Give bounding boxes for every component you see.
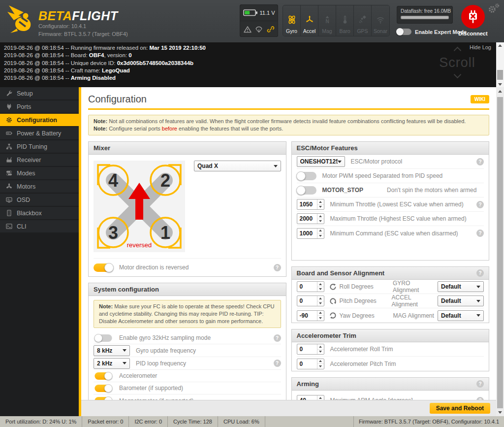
barometer-toggle[interactable] [94, 385, 112, 392]
board-alignment-title: Board and Sensor Alignment [292, 267, 489, 280]
min-throttle-row: 1050 Minimum Throttle (Lowest ESC value … [297, 197, 484, 212]
esc-protocol-select[interactable]: ONESHOT125 [297, 156, 345, 167]
pid-frequency-row: 2 kHz PID loop frequency [94, 357, 281, 370]
sensor-gps: GPS [354, 5, 372, 36]
gyro-alignment-select[interactable]: Default [438, 281, 484, 292]
configurator-version: Configurator: 10.4.1 [38, 23, 128, 30]
help-icon[interactable] [274, 264, 281, 271]
gyro-32khz-row: Enable gyro 32kHz sampling mode [94, 332, 281, 344]
motor-stop-toggle[interactable] [297, 186, 316, 195]
roll-rotation-icon [329, 283, 337, 291]
motor-direction-toggle[interactable] [94, 263, 113, 272]
svg-text:4: 4 [108, 170, 118, 191]
step-down[interactable] [317, 204, 324, 210]
settings-gears-icon[interactable] [487, 3, 500, 14]
step-down[interactable] [317, 233, 324, 238]
roll-alignment-row: 0 Roll Degrees GYRO Alignment Default [297, 280, 484, 294]
gps-icon [358, 11, 368, 28]
pitch-degrees-input[interactable]: 0 [297, 296, 324, 306]
main-area: Setup Ports Configuration Power & Batter… [0, 87, 504, 416]
expert-mode-toggle[interactable] [397, 29, 411, 35]
sidebar-item-cli[interactable]: CLI [0, 220, 79, 232]
content-scrollbar-thumb[interactable] [497, 97, 503, 408]
esc-motor-title: ESC/Motor Features [292, 142, 489, 155]
scroll-down-arrow[interactable] [496, 409, 504, 415]
pwm-separate-row: Motor PWM speed Separated from PID speed [297, 169, 484, 183]
sitemap-icon [6, 143, 13, 150]
accel-alignment-select[interactable]: Default [438, 296, 484, 306]
help-icon[interactable] [274, 334, 281, 342]
content-area: Configuration WIKI Note: Not all combina… [81, 87, 496, 416]
pid-frequency-select[interactable]: 2 kHz [94, 358, 130, 369]
help-icon[interactable] [476, 158, 484, 165]
scroll-up-arrow[interactable] [496, 88, 504, 94]
motor-stop-row: MOTOR_STOP Don't spin the motors when ar… [297, 183, 484, 197]
svg-text:N: N [325, 19, 329, 24]
log-entry: 2019-08-26 @ 08:18:54 -- Arming Disabled [4, 74, 500, 82]
help-icon[interactable] [476, 230, 484, 237]
sidebar-item-setup[interactable]: Setup [0, 87, 79, 99]
motor-direction-row: Motor direction is reversed [94, 259, 281, 276]
pitch-alignment-row: 0 Pitch Degrees ACCEL Alignment Default [297, 294, 484, 308]
help-icon[interactable] [274, 360, 281, 367]
yaw-alignment-row: -90 Yaw Degrees MAG Alignment Default [297, 308, 484, 323]
sidebar-item-pid-tuning[interactable]: PID Tuning [0, 140, 79, 153]
accelerometer-toggle[interactable] [94, 372, 112, 380]
accel-pitch-trim-input[interactable]: 0 [297, 359, 324, 369]
sidebar-item-power-battery[interactable]: Power & Battery [0, 127, 79, 139]
gyro-32khz-toggle[interactable] [94, 334, 112, 342]
system-config-title: System configuration [89, 283, 286, 296]
step-down[interactable] [317, 219, 324, 224]
gear-icon [6, 117, 13, 123]
yaw-rotation-icon [329, 312, 337, 319]
sidebar-item-configuration[interactable]: Configuration [0, 114, 79, 126]
pitch-rotation-icon [329, 297, 337, 305]
app-wordmark: BETAFLIGHT [38, 10, 128, 22]
log-scrollbar[interactable] [496, 42, 504, 87]
sensor-baro: Baro [336, 5, 354, 36]
sidebar-item-modes[interactable]: Modes [0, 167, 79, 179]
sidebar: Setup Ports Configuration Power & Batter… [0, 87, 79, 416]
step-up[interactable] [317, 199, 324, 204]
expert-mode-row: Enable Expert Mode [397, 29, 467, 35]
sidebar-item-receiver[interactable]: Receiver [0, 154, 79, 166]
min-throttle-input[interactable]: 1050 [297, 199, 324, 210]
gyro-frequency-select[interactable]: 8 kHz [94, 345, 130, 356]
sidebar-item-ports[interactable]: Ports [0, 100, 79, 113]
help-icon[interactable] [476, 380, 484, 388]
caret-down-icon [274, 165, 278, 167]
yaw-degrees-input[interactable]: -90 [297, 310, 324, 321]
step-up[interactable] [317, 214, 324, 219]
min-command-input[interactable]: 1000 [297, 228, 324, 239]
pwm-separate-toggle[interactable] [297, 172, 316, 180]
accel-roll-trim-input[interactable]: 0 [297, 344, 324, 355]
chevron-down-icon [453, 71, 461, 79]
packet-error-status: Packet error: 0 [82, 416, 129, 427]
log-scrollbar-thumb[interactable] [497, 70, 503, 80]
sidebar-item-osd[interactable]: OSD [0, 194, 79, 206]
roll-degrees-input[interactable]: 0 [297, 281, 324, 292]
mag-alignment-select[interactable]: Default [438, 310, 484, 321]
scroll-up-arrow[interactable] [496, 42, 504, 48]
scroll-down-arrow[interactable] [496, 81, 504, 87]
betaflight-logo: BETAFLIGHT Configurator: 10.4.1 Firmware… [7, 4, 128, 37]
terminal-icon [6, 223, 13, 230]
help-icon[interactable] [476, 201, 484, 208]
sidebar-item-motors[interactable]: Motors [0, 180, 79, 193]
esc-protocol-row: ONESHOT125 ESC/Motor protocol [297, 155, 484, 169]
page-header: Configuration WIKI [88, 94, 489, 110]
gyro-frequency-row: 8 kHz Gyro update frequency [94, 344, 281, 357]
mixer-panel: Mixer [88, 141, 286, 277]
battery-status-box: 11.1 V [240, 4, 278, 37]
disconnect-button[interactable]: Disconnect [458, 5, 488, 36]
wiki-button[interactable]: WIKI [471, 95, 489, 103]
max-throttle-input[interactable]: 2000 [297, 213, 324, 224]
help-icon[interactable] [476, 269, 484, 277]
system-config-note: Note: Make sure your FC is able to opera… [94, 300, 281, 328]
save-and-reboot-button[interactable]: Save and Reboot [430, 403, 490, 414]
log-entry: 2019-08-26 @ 08:18:54 -- Craft name: Leg… [4, 67, 500, 74]
content-scrollbar[interactable] [496, 87, 504, 416]
mixer-type-select[interactable]: Quad X [194, 161, 281, 171]
sidebar-item-blackbox[interactable]: Blackbox [0, 207, 79, 219]
step-up[interactable] [317, 229, 324, 233]
